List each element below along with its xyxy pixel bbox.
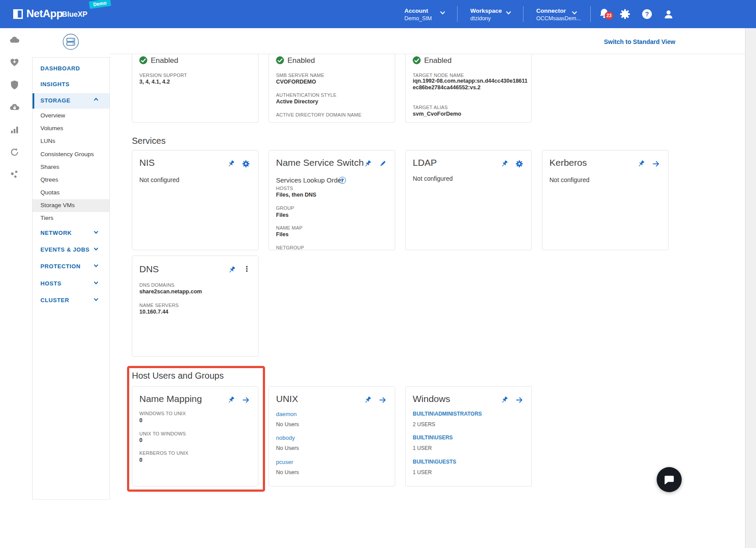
name-mapping-card-title: Name Mapping xyxy=(139,394,202,404)
host-users-groups-heading: Host Users and Groups xyxy=(132,371,224,381)
pin-icon[interactable] xyxy=(227,160,235,168)
rail-protection-shield-icon[interactable] xyxy=(9,80,20,90)
field-label: HOSTS xyxy=(276,186,293,191)
network-chevron-down-icon[interactable] xyxy=(94,230,98,234)
field-label: NETGROUP xyxy=(276,245,304,250)
cluster-chevron-down-icon[interactable] xyxy=(94,297,98,301)
kerberos-card: Kerberos Not configured xyxy=(542,150,669,250)
gear-icon[interactable] xyxy=(242,160,250,168)
field-value: share2scan.netapp.com xyxy=(139,289,202,295)
nav-storage-quotas[interactable]: Quotas xyxy=(40,188,60,197)
field-value: 0 xyxy=(139,437,142,443)
pin-icon[interactable] xyxy=(228,266,236,274)
connector-menu[interactable]: Connector OCCMsaasDem... xyxy=(536,0,589,28)
nav-storage[interactable]: STORAGE xyxy=(40,96,70,105)
nav-hosts[interactable]: HOSTS xyxy=(40,279,62,288)
kebab-menu-icon[interactable]: ⋮ xyxy=(243,265,251,274)
nav-events-jobs[interactable]: EVENTS & JOBS xyxy=(40,245,90,254)
arrow-right-icon[interactable] xyxy=(516,396,523,404)
pin-icon[interactable] xyxy=(364,396,371,404)
arrow-right-icon[interactable] xyxy=(242,396,250,404)
hosts-chevron-down-icon[interactable] xyxy=(94,280,98,285)
header-divider xyxy=(457,6,458,22)
field-label: TARGET ALIAS xyxy=(413,105,448,110)
nav-protection[interactable]: PROTECTION xyxy=(40,262,80,271)
field-value: 0 xyxy=(139,457,142,463)
pin-icon[interactable] xyxy=(501,160,508,168)
field-label: DNS DOMAINS xyxy=(139,282,174,288)
switch-to-standard-view-link[interactable]: Switch to Standard View xyxy=(604,38,675,45)
unix-user-link[interactable]: nobody xyxy=(276,435,295,441)
field-value: Files xyxy=(276,231,289,237)
rail-cloud-storage-icon[interactable] xyxy=(9,35,20,45)
field-value: Active Directory xyxy=(276,99,318,105)
nav-storage-tiers[interactable]: Tiers xyxy=(40,214,54,223)
rail-sync-icon[interactable] xyxy=(9,147,20,157)
pencil-edit-icon[interactable] xyxy=(379,160,386,168)
account-menu[interactable]: Account Demo_SIM xyxy=(404,0,453,28)
windows-users-card: Windows BUILTIN\ADMINISTRATORS 2 USERS B… xyxy=(405,386,532,486)
header-divider xyxy=(590,6,591,22)
nss-card-title: Name Service Switch xyxy=(276,157,364,168)
pin-icon[interactable] xyxy=(501,396,508,404)
rail-governance-cloud-lock-icon[interactable] xyxy=(9,102,20,113)
nav-cluster[interactable]: CLUSTER xyxy=(40,296,69,305)
notification-count-badge: 23 xyxy=(605,11,613,20)
windows-group-link[interactable]: BUILTIN\USERS xyxy=(413,435,453,441)
nav-storage-qtrees[interactable]: Qtrees xyxy=(40,175,58,184)
rail-observability-bars-icon[interactable] xyxy=(9,124,20,135)
field-value: 10.160.7.44 xyxy=(139,309,168,315)
field-label: GROUP xyxy=(276,205,294,211)
help-question-icon[interactable]: ? xyxy=(339,177,346,184)
windows-group-detail: 1 USER xyxy=(413,469,432,475)
app-header: NetApp BlueXP Demo Account Demo_SIM Work… xyxy=(0,0,756,28)
nav-network[interactable]: NETWORK xyxy=(40,229,72,237)
field-value: CVOFORDEMO xyxy=(276,79,316,85)
nav-dashboard[interactable]: DASHBOARD xyxy=(40,64,80,73)
user-avatar-icon[interactable] xyxy=(663,8,674,20)
arrow-right-icon[interactable] xyxy=(652,160,660,168)
ldap-card-title: LDAP xyxy=(413,157,437,168)
nav-storage-storage-vms[interactable]: Storage VMs xyxy=(40,201,75,210)
field-label: WINDOWS TO UNIX xyxy=(139,411,186,416)
name-mapping-card: Name Mapping WINDOWS TO UNIX 0 UNIX TO W… xyxy=(132,386,258,486)
nav-storage-volumes[interactable]: Volumes xyxy=(40,124,63,133)
nav-storage-overview[interactable]: Overview xyxy=(40,111,65,120)
unix-user-link[interactable]: pcuser xyxy=(276,459,293,465)
windows-group-link[interactable]: BUILTIN\ADMINISTRATORS xyxy=(413,411,482,417)
nis-status-text: Not configured xyxy=(139,176,179,183)
kerberos-card-title: Kerberos xyxy=(549,157,587,168)
field-label: UNIX TO WINDOWS xyxy=(139,431,186,436)
rail-health-icon[interactable] xyxy=(9,57,20,68)
events-jobs-chevron-down-icon[interactable] xyxy=(94,246,98,251)
nis-card: NIS Not configured xyxy=(132,150,258,250)
field-label: TARGET NODE NAME xyxy=(413,73,464,78)
nav-insights[interactable]: INSIGHTS xyxy=(40,80,69,89)
pin-icon[interactable] xyxy=(637,160,645,168)
pin-icon[interactable] xyxy=(227,396,235,404)
chat-launcher-button[interactable] xyxy=(657,467,682,492)
nav-storage-shares[interactable]: Shares xyxy=(40,163,59,172)
pin-icon[interactable] xyxy=(364,160,371,168)
unix-user-detail: No Users xyxy=(276,445,299,451)
workspace-menu[interactable]: Workspace dtzidony xyxy=(470,0,519,28)
nav-storage-luns[interactable]: LUNs xyxy=(40,137,55,146)
arrow-right-icon[interactable] xyxy=(379,396,386,404)
gear-icon[interactable] xyxy=(516,160,523,168)
help-icon[interactable]: ? xyxy=(642,9,652,19)
netapp-logo-icon[interactable] xyxy=(13,9,23,19)
account-menu-label: Account xyxy=(404,7,428,14)
ldap-card: LDAP Not configured xyxy=(405,150,532,250)
rail-share-nodes-icon[interactable] xyxy=(9,169,20,180)
protection-chevron-down-icon[interactable] xyxy=(94,263,98,267)
unix-user-link[interactable]: daemon xyxy=(276,411,297,417)
windows-group-link[interactable]: BUILTIN\GUESTS xyxy=(413,459,456,465)
nav-storage-consistency-groups[interactable]: Consistency Groups xyxy=(40,150,94,159)
scrollbar-track[interactable] xyxy=(745,28,756,548)
windows-group-detail: 1 USER xyxy=(413,445,432,451)
settings-gear-icon[interactable] xyxy=(620,9,630,19)
windows-group-detail: 2 USERS xyxy=(413,421,435,427)
nss-subtitle: Services Lookup Order xyxy=(276,176,343,184)
nfs-protocol-card: Enabled VERSION SUPPORT 3, 4, 4.1, 4.2 xyxy=(132,54,258,123)
dns-card-title: DNS xyxy=(139,264,159,274)
